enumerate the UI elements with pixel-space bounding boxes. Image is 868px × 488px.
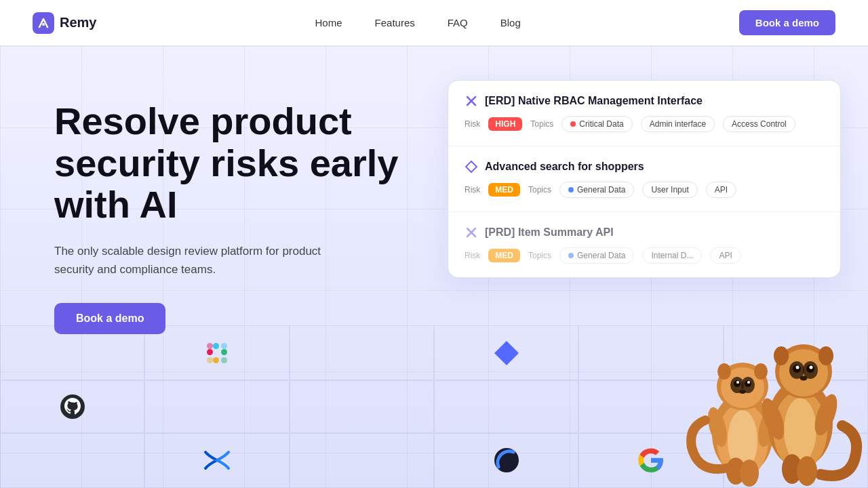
topic-tag[interactable]: API (706, 182, 736, 198)
diamond-icon (465, 160, 478, 174)
svg-rect-8 (221, 357, 227, 363)
svg-marker-11 (494, 341, 519, 365)
nav-links: Home Features FAQ Blog (315, 17, 521, 29)
svg-rect-9 (213, 357, 219, 363)
card-title-row: [ERD] Native RBAC Management Interface (465, 94, 824, 108)
dot-icon (570, 121, 576, 127)
dot-icon (568, 187, 574, 192)
topic-tag[interactable]: Critical Data (561, 116, 632, 132)
logo-cell-linear (434, 325, 578, 380)
svg-rect-4 (207, 343, 213, 349)
card-title-row: Advanced search for shoppers (465, 160, 824, 174)
svg-point-43 (818, 346, 833, 365)
nav-features[interactable]: Features (375, 17, 415, 28)
nav-book-demo-button[interactable]: Book a demo (739, 10, 835, 35)
svg-rect-5 (213, 343, 219, 349)
cross-icon (465, 226, 478, 239)
logo-cell (290, 433, 434, 488)
tag-label: General Data (577, 185, 625, 195)
hero-subtitle: The only scalable design review platform… (54, 242, 353, 279)
slack-icon (203, 340, 231, 367)
navbar: Remy Home Features FAQ Blog Book a demo (0, 0, 868, 46)
tag-label: Admin interface (650, 119, 706, 129)
topics-label: Topics (528, 251, 551, 260)
svg-point-12 (60, 394, 85, 419)
dot-icon (568, 253, 574, 258)
nav-home[interactable]: Home (315, 17, 342, 28)
meerkat-illustration (665, 230, 868, 488)
hero-section: Resolve product security risks early wit… (0, 46, 868, 488)
logo-cell-linear2 (434, 433, 578, 488)
nav-blog[interactable]: Blog (500, 17, 521, 28)
topics-label: Topics (530, 119, 553, 129)
svg-rect-6 (221, 343, 227, 349)
svg-rect-7 (221, 349, 227, 355)
svg-point-26 (717, 363, 731, 380)
card-item[interactable]: [ERD] Native RBAC Management Interface R… (448, 81, 840, 146)
svg-point-39 (796, 366, 800, 369)
svg-point-13 (494, 448, 519, 472)
hero-title: Resolve product security risks early wit… (54, 100, 407, 226)
tag-label: User Input (651, 185, 688, 195)
svg-point-32 (784, 398, 816, 463)
logo-cell-github (0, 380, 144, 432)
svg-marker-2 (466, 161, 477, 172)
risk-label: Risk (465, 119, 480, 129)
hero-left: Resolve product security risks early wit… (54, 87, 407, 334)
logo-icon (33, 12, 54, 34)
tag-label: API (715, 185, 728, 195)
topics-label: Topics (528, 185, 551, 195)
risk-label: Risk (465, 185, 480, 195)
logo-cell-confluence (144, 433, 289, 488)
svg-point-24 (747, 381, 750, 384)
topic-tag[interactable]: General Data (559, 182, 634, 198)
card-title: Advanced search for shoppers (485, 161, 644, 173)
risk-badge-high: HIGH (488, 117, 522, 131)
tag-label: Access Control (732, 119, 787, 129)
card-title: [PRD] Item Summary API (485, 226, 614, 239)
logo-cell (0, 433, 144, 488)
svg-point-41 (800, 376, 808, 381)
svg-point-47 (740, 460, 759, 487)
logo-cell (144, 380, 289, 432)
svg-point-40 (810, 366, 813, 369)
topic-tag[interactable]: Admin interface (641, 116, 715, 132)
card-meta: Risk HIGH Topics Critical Data Admin int… (465, 116, 824, 132)
risk-badge-med: MED (488, 183, 520, 197)
svg-point-25 (739, 390, 746, 394)
svg-rect-3 (207, 349, 213, 355)
svg-point-42 (774, 346, 789, 365)
github-icon (59, 393, 86, 420)
topic-tag[interactable]: Access Control (723, 116, 795, 132)
svg-rect-10 (207, 357, 213, 363)
risk-badge-med: MED (488, 249, 520, 262)
svg-point-23 (736, 381, 739, 384)
card-item[interactable]: Advanced search for shoppers Risk MED To… (448, 146, 840, 212)
svg-point-1 (42, 23, 45, 26)
logo-cell (290, 380, 434, 432)
logo-cell (434, 380, 578, 432)
hero-book-demo-button[interactable]: Book a demo (54, 303, 165, 334)
google-icon (637, 447, 665, 474)
cross-icon (465, 94, 478, 108)
svg-point-27 (754, 363, 768, 380)
risk-label: Risk (465, 251, 480, 260)
card-meta: Risk MED Topics General Data User Input … (465, 182, 824, 198)
svg-point-49 (797, 456, 817, 486)
linear2-icon (492, 445, 521, 475)
nav-faq[interactable]: FAQ (448, 17, 468, 28)
logo[interactable]: Remy (33, 12, 96, 34)
card-title: [ERD] Native RBAC Management Interface (485, 95, 703, 107)
tag-label: Critical Data (579, 119, 623, 129)
meerkat-svg (671, 230, 868, 488)
topic-tag[interactable]: User Input (642, 182, 697, 198)
linear-icon (492, 338, 521, 368)
topic-tag[interactable]: General Data (559, 247, 634, 264)
confluence-icon (202, 445, 232, 475)
logo-text: Remy (60, 15, 96, 30)
tag-label: General Data (577, 251, 625, 260)
